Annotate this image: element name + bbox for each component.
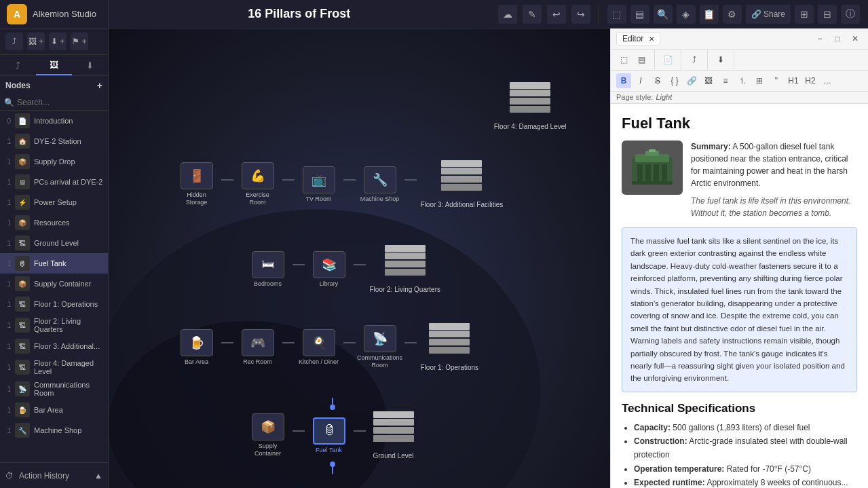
minimize-btn[interactable]: − bbox=[812, 31, 827, 46]
supply-container-icon[interactable]: 📦 Supply Container bbox=[248, 413, 288, 457]
share-button[interactable]: 🔗 Share bbox=[746, 5, 791, 24]
ground-stack[interactable]: Ground Level bbox=[370, 411, 417, 460]
svg-rect-8 bbox=[441, 168, 482, 174]
exercise-room-icon[interactable]: 💪 Exercise Room bbox=[238, 162, 278, 206]
sidebar-item-communications-room[interactable]: 1 📡 Communications Room bbox=[0, 378, 108, 400]
editor-tab[interactable]: Editor ✕ bbox=[616, 32, 660, 45]
add-node-icon[interactable]: + bbox=[97, 80, 102, 91]
library-icon[interactable]: 📚 Library bbox=[309, 251, 350, 288]
search-input[interactable] bbox=[17, 98, 119, 107]
kitchen-icon[interactable]: 🍳 Kitchen / Diner bbox=[299, 329, 339, 366]
clipboard-icon[interactable]: 📋 bbox=[700, 5, 719, 24]
fuel-tank-canvas-icon[interactable]: 🛢 Fuel Tank bbox=[309, 417, 350, 454]
sidebar-item-ground-level[interactable]: 1 🏗 Ground Level bbox=[0, 233, 108, 253]
connector5 bbox=[293, 264, 305, 265]
sidebar-item-pcs-arrival-at-dye-2[interactable]: 1 🖥 PCs arrival at DYE-2 bbox=[0, 172, 108, 192]
node-view-btn[interactable]: ⬚ bbox=[616, 52, 631, 67]
node-label: Resources bbox=[34, 219, 70, 227]
connector2 bbox=[282, 179, 295, 181]
canvas-area[interactable]: Floor 4: Damaged Level 🚪 Hidden Storage … bbox=[109, 29, 610, 488]
connector7 bbox=[221, 342, 233, 343]
top-bar: A Alkemion Studio 16 Pillars of Frost ☁ … bbox=[0, 0, 868, 29]
expand-icon[interactable]: ⊞ bbox=[795, 5, 814, 24]
floor3-label: Floor 3: Additional Facilities bbox=[421, 200, 504, 209]
main-area: ⤴ 🖼 + ⬇ + ⚑ + ⤴ 🖼 ⬇ Nodes + 🔍 ⊟ 0 📄 Intr… bbox=[0, 29, 868, 488]
more-btn[interactable]: … bbox=[820, 73, 835, 88]
share-btn[interactable]: ⤴ bbox=[687, 52, 702, 67]
undo-icon[interactable]: ↩ bbox=[547, 5, 566, 24]
code-btn[interactable]: { } bbox=[667, 73, 682, 88]
bedrooms-icon[interactable]: 🛏 Bedrooms bbox=[248, 251, 288, 288]
table-btn[interactable]: ⊞ bbox=[752, 73, 767, 88]
sidebar-item-dye-2-station[interactable]: 1 🏠 DYE-2 Station bbox=[0, 131, 108, 151]
action-history[interactable]: ⏱ Action History ▲ bbox=[0, 462, 108, 488]
sidebar-item-floor-1-operations[interactable]: 1 🏗 Floor 1: Operations bbox=[0, 294, 108, 314]
sidebar-item-supply-drop[interactable]: 1 📦 Supply Drop bbox=[0, 151, 108, 172]
machine-shop-icon[interactable]: 🔧 Machine Shop bbox=[360, 166, 400, 203]
share-tool-btn[interactable]: ⤴ bbox=[5, 33, 23, 50]
sidebar-item-bar-area[interactable]: 1 🍺 Bar Area bbox=[0, 400, 108, 420]
edit-icon[interactable]: ✎ bbox=[523, 5, 542, 24]
sidebar-item-introduction[interactable]: 0 📄 Introduction bbox=[0, 111, 108, 131]
collapse-icon[interactable]: ⊟ bbox=[818, 5, 837, 24]
connector4 bbox=[404, 179, 417, 181]
h1-btn[interactable]: H1 bbox=[786, 73, 801, 88]
connector8 bbox=[282, 342, 295, 343]
add-image-btn[interactable]: 🖼 + bbox=[27, 33, 45, 50]
floor4-stack[interactable]: Floor 4: Damaged Level bbox=[494, 82, 567, 131]
sidebar-item-power-setup[interactable]: 1 ⚡ Power Setup bbox=[0, 192, 108, 212]
bold-btn[interactable]: B bbox=[616, 73, 631, 88]
floor2-stack[interactable]: Floor 2: Living Quarters bbox=[370, 245, 441, 294]
close-btn[interactable]: ✕ bbox=[848, 31, 863, 46]
layers-icon[interactable]: ◈ bbox=[677, 5, 696, 24]
list-view-btn[interactable]: ▤ bbox=[634, 52, 649, 67]
h2-btn[interactable]: H2 bbox=[803, 73, 818, 88]
connector12 bbox=[354, 430, 366, 432]
tab-nodes[interactable]: 🖼 bbox=[36, 55, 72, 75]
tab-export[interactable]: ⬇ bbox=[72, 55, 108, 75]
settings-icon[interactable]: ⚙ bbox=[723, 5, 742, 24]
maximize-btn[interactable]: □ bbox=[830, 31, 845, 46]
flag-btn[interactable]: ⚑ + bbox=[71, 33, 88, 50]
sidebar-item-machine-shop[interactable]: 1 🔧 Machine Shop bbox=[0, 420, 108, 440]
italic-btn[interactable]: I bbox=[633, 73, 648, 88]
sidebar-item-resources[interactable]: 1 📦 Resources bbox=[0, 212, 108, 233]
rec-room-icon[interactable]: 🎮 Rec Room bbox=[238, 329, 278, 366]
export-btn[interactable]: ⬇ bbox=[713, 52, 728, 67]
info-icon[interactable]: ⓘ bbox=[841, 5, 860, 24]
image-btn[interactable]: 🖼 bbox=[701, 73, 716, 88]
fuel-tank-image bbox=[622, 140, 683, 195]
spec-item: Capacity: 500 gallons (1,893 liters) of … bbox=[634, 421, 857, 434]
strikethrough-btn[interactable]: S bbox=[650, 73, 665, 88]
sidebar-item-floor-3-additional[interactable]: 1 🏗 Floor 3: Additional... bbox=[0, 336, 108, 356]
node-icon: 🏗 bbox=[15, 297, 30, 312]
editor-tab-close[interactable]: ✕ bbox=[649, 35, 654, 43]
download-btn[interactable]: ⬇ + bbox=[49, 33, 67, 50]
hidden-storage-icon[interactable]: 🚪 Hidden Storage bbox=[176, 162, 217, 206]
search-icon[interactable]: 🔍 bbox=[654, 5, 673, 24]
dot-top bbox=[330, 405, 335, 410]
link-btn[interactable]: 🔗 bbox=[684, 73, 699, 88]
fuel-tank-description: Summary: A 500-gallon diesel fuel tank p… bbox=[691, 140, 857, 219]
doc-btn[interactable]: 📄 bbox=[660, 52, 675, 67]
quote-btn[interactable]: " bbox=[769, 73, 784, 88]
grid-icon[interactable]: ▤ bbox=[630, 5, 649, 24]
floor1-stack[interactable]: Floor 1: Operations bbox=[421, 323, 479, 372]
node-label: Fuel Tank bbox=[34, 259, 67, 267]
bar-area-icon[interactable]: 🍺 Bar Area bbox=[176, 329, 217, 366]
editor-content[interactable]: Fuel Tank bbox=[611, 104, 868, 488]
ul-btn[interactable]: ≡ bbox=[718, 73, 733, 88]
sidebar-item-floor-4-damaged-level[interactable]: 1 🏗 Floor 4: Damaged Level bbox=[0, 356, 108, 378]
floor3-stack[interactable]: Floor 3: Additional Facilities bbox=[421, 160, 504, 209]
node-icon: 🏗 bbox=[15, 339, 30, 354]
redo-icon[interactable]: ↪ bbox=[571, 5, 590, 24]
comms-icon[interactable]: 📡 Communications Room bbox=[360, 325, 400, 369]
sidebar-item-fuel-tank[interactable]: 1 🛢 Fuel Tank bbox=[0, 253, 108, 274]
node-icon[interactable]: ⬚ bbox=[607, 5, 626, 24]
ol-btn[interactable]: ⒈ bbox=[735, 73, 750, 88]
cloud-icon[interactable]: ☁ bbox=[498, 5, 517, 24]
sidebar-item-supply-container[interactable]: 1 📦 Supply Container bbox=[0, 274, 108, 294]
sidebar-item-floor-2-living-quarters[interactable]: 1 🏗 Floor 2: Living Quarters bbox=[0, 314, 108, 336]
tab-share[interactable]: ⤴ bbox=[0, 55, 36, 75]
tv-room-icon[interactable]: 📺 TV Room bbox=[299, 166, 339, 203]
